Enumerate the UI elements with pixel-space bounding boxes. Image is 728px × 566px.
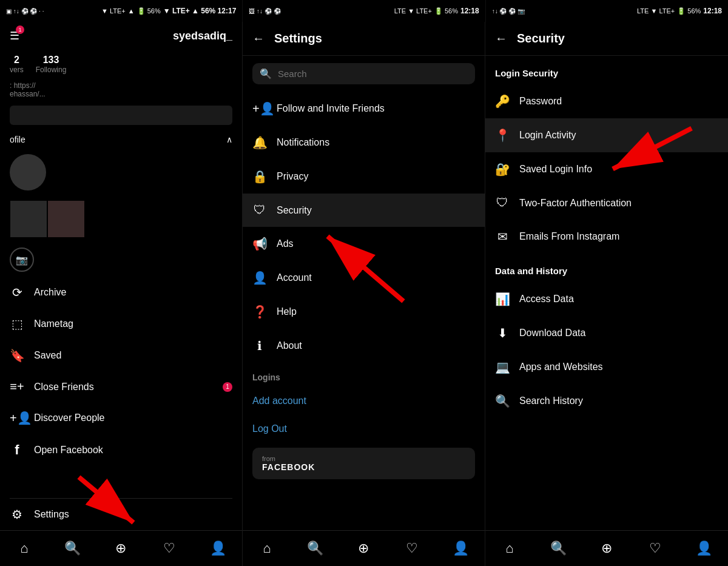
following-count: 133 xyxy=(36,55,67,66)
panel3-nav-heart[interactable]: ♡ xyxy=(631,538,679,559)
log-out-link[interactable]: Log Out xyxy=(243,415,485,443)
settings-ads[interactable]: 📢 Ads xyxy=(243,227,485,261)
panel3-bottom-nav: ⌂ 🔍 ⊕ ♡ 👤 xyxy=(485,530,728,566)
nav-item-settings[interactable]: ⚙ Settings xyxy=(0,499,242,530)
panel1-nav-heart[interactable]: ♡ xyxy=(145,538,194,559)
panel1-bottom-nav: ⌂ 🔍 ⊕ ♡ 👤 xyxy=(0,530,242,566)
settings-follow-invite[interactable]: +👤 Follow and Invite Friends xyxy=(243,92,485,126)
two-factor-label: Two-Factor Authentication xyxy=(519,198,632,209)
emails-icon: ✉ xyxy=(495,229,510,244)
edit-profile-bar[interactable] xyxy=(10,106,232,125)
search-bar[interactable]: 🔍 xyxy=(252,63,475,84)
nav-item-archive[interactable]: ⟳ Archive xyxy=(0,277,242,308)
nav-item-saved[interactable]: 🔖 Saved xyxy=(0,340,242,371)
status-icons-3: ↑↓ ⚽ ⚽ 📷 xyxy=(492,8,525,15)
search-bar-icon: 🔍 xyxy=(260,68,272,79)
panel3-nav-add[interactable]: ⊕ xyxy=(582,538,631,559)
login-activity-icon: 📍 xyxy=(495,128,510,143)
panel3-nav-search[interactable]: 🔍 xyxy=(534,538,582,559)
panel1-nav-home[interactable]: ⌂ xyxy=(0,538,49,559)
settings-account[interactable]: 👤 Account xyxy=(243,261,485,295)
add-icon: ⊕ xyxy=(115,541,126,556)
emails-label: Emails From Instagram xyxy=(519,231,619,242)
data-history-label: Data and History xyxy=(485,254,728,282)
panel1-nav-profile[interactable]: 👤 xyxy=(194,538,242,559)
profile-icon: 👤 xyxy=(453,541,469,556)
panel2-nav-home[interactable]: ⌂ xyxy=(243,538,291,559)
profile-stats: 2 vers 133 Following xyxy=(0,50,242,79)
panel2-nav-search[interactable]: 🔍 xyxy=(291,538,340,559)
security-back-button[interactable]: ← xyxy=(495,32,507,45)
security-search-history[interactable]: 🔍 Search History xyxy=(485,384,728,418)
settings-security[interactable]: 🛡 Security xyxy=(243,194,485,227)
nav-item-discover[interactable]: +👤 Discover People xyxy=(0,402,242,434)
profile-icon: 👤 xyxy=(210,541,226,556)
account-icon: 👤 xyxy=(252,271,267,285)
security-login-activity[interactable]: 📍 Login Activity xyxy=(485,118,728,152)
download-data-icon: ⬇ xyxy=(495,326,510,340)
settings-icon: ⚙ xyxy=(10,507,24,522)
home-icon: ⌂ xyxy=(263,541,271,556)
nav-item-nametag[interactable]: ⬚ Nametag xyxy=(0,308,242,340)
security-saved-login[interactable]: 🔐 Saved Login Info xyxy=(485,152,728,186)
access-data-icon: 📊 xyxy=(495,292,510,306)
status-icons-1: ▣ ↑↓ ⚽ ⚽ · · xyxy=(6,8,44,15)
profile-avatar-area xyxy=(0,149,242,195)
security-two-factor[interactable]: 🛡 Two-Factor Authentication xyxy=(485,186,728,220)
close-friends-badge: 1 xyxy=(223,382,232,392)
settings-about[interactable]: ℹ About xyxy=(243,329,485,363)
status-bar: ▣ ↑↓ ⚽ ⚽ · · ▼ LTE+ ▲ 🔋 56% ▼ LTE+ ▲ 56%… xyxy=(0,0,728,22)
followers-label: vers xyxy=(10,66,24,74)
photo-thumb xyxy=(48,201,84,237)
nav-facebook-label: Open Facebook xyxy=(34,445,103,456)
help-label: Help xyxy=(277,306,297,317)
settings-privacy[interactable]: 🔒 Privacy xyxy=(243,160,485,194)
nav-item-close-friends[interactable]: ≡+ Close Friends 1 xyxy=(0,371,242,402)
camera-icon-area: 📷 xyxy=(0,243,242,277)
security-emails[interactable]: ✉ Emails From Instagram xyxy=(485,220,728,254)
facebook-icon: f xyxy=(10,442,24,458)
panel3-nav-home[interactable]: ⌂ xyxy=(485,538,534,559)
panel2-nav-profile[interactable]: 👤 xyxy=(436,538,485,559)
panel2-nav-add[interactable]: ⊕ xyxy=(340,538,388,559)
panel1-nav-add[interactable]: ⊕ xyxy=(97,538,146,559)
saved-login-label: Saved Login Info xyxy=(519,164,592,175)
status-left-3: ↑↓ ⚽ ⚽ 📷 xyxy=(492,8,525,15)
settings-help[interactable]: ❓ Help xyxy=(243,295,485,329)
login-security-label: Login Security xyxy=(485,56,728,84)
panel2-nav-heart[interactable]: ♡ xyxy=(388,538,436,559)
profile-section-toggle[interactable]: ofile ∧ xyxy=(0,130,242,149)
nav-item-facebook[interactable]: f Open Facebook xyxy=(0,434,242,467)
ads-icon: 📢 xyxy=(252,237,267,251)
add-account-link[interactable]: Add account xyxy=(243,387,485,415)
security-apps-websites[interactable]: 💻 Apps and Websites xyxy=(485,350,728,384)
follow-invite-label: Follow and Invite Friends xyxy=(277,103,385,114)
hamburger-badge: 1 xyxy=(16,25,24,34)
ads-label: Ads xyxy=(277,238,294,249)
camera-icon: 📷 xyxy=(10,248,34,272)
settings-notifications[interactable]: 🔔 Notifications xyxy=(243,126,485,160)
back-button[interactable]: ← xyxy=(252,32,265,45)
panel3-nav-profile[interactable]: 👤 xyxy=(679,538,728,559)
status-left-1: ▣ ↑↓ ⚽ ⚽ · · xyxy=(6,8,44,15)
heart-icon: ♡ xyxy=(406,541,418,556)
about-label: About xyxy=(277,340,302,351)
search-input[interactable] xyxy=(278,69,468,79)
panel-instagram-sidebar: ☰ 1 syedsadiq_ 2 vers 133 Following : ht… xyxy=(0,22,243,566)
nav-archive-label: Archive xyxy=(34,287,66,298)
security-password[interactable]: 🔑 Password xyxy=(485,84,728,118)
security-download-data[interactable]: ⬇ Download Data xyxy=(485,316,728,350)
saved-login-icon: 🔐 xyxy=(495,162,510,177)
security-label: Security xyxy=(277,205,312,216)
profile-section-label: ofile xyxy=(10,135,25,144)
panel1-nav-search[interactable]: 🔍 xyxy=(49,538,97,559)
hamburger-button[interactable]: ☰ 1 xyxy=(10,29,19,42)
status-left-2: 🖼 ↑↓ ⚽ ⚽ xyxy=(249,8,280,15)
profile-link: : https://ehassan/... xyxy=(0,79,242,101)
security-access-data[interactable]: 📊 Access Data xyxy=(485,282,728,316)
login-activity-label: Login Activity xyxy=(519,130,576,141)
status-right-3: LTE ▼ LTE+ 🔋 56% 12:18 xyxy=(637,7,722,15)
avatar xyxy=(10,154,46,190)
settings-header: ← Settings xyxy=(243,22,485,56)
follow-invite-icon: +👤 xyxy=(252,101,267,116)
